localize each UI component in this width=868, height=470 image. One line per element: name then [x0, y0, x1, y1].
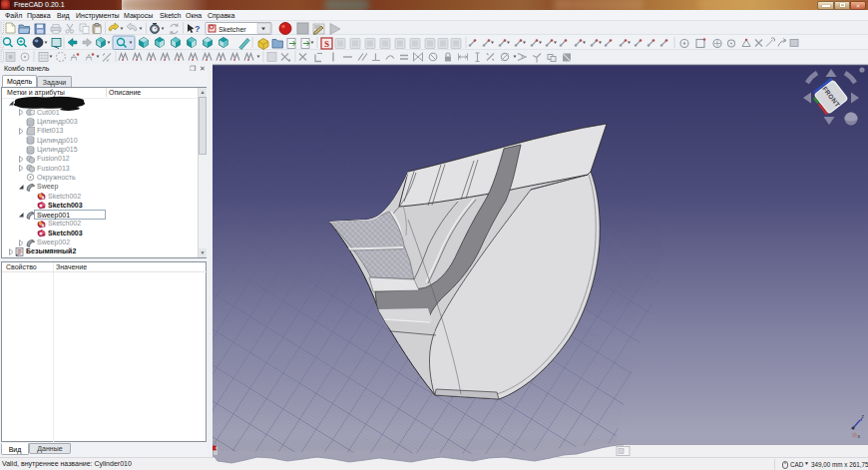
- svg-text:S: S: [324, 39, 329, 49]
- svg-text:Sketcher: Sketcher: [218, 26, 246, 33]
- svg-text:?: ?: [195, 24, 201, 34]
